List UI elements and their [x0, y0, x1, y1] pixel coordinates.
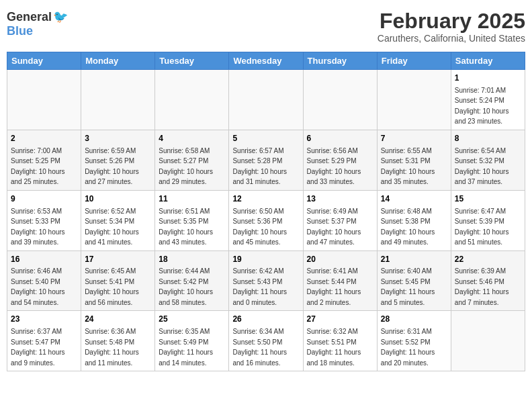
day-info: Sunrise: 6:50 AM Sunset: 5:36 PM Dayligh… — [232, 208, 287, 246]
day-info: Sunrise: 7:00 AM Sunset: 5:25 PM Dayligh… — [11, 147, 65, 186]
day-number: 3 — [85, 133, 151, 144]
day-info: Sunrise: 6:41 AM Sunset: 5:44 PM Dayligh… — [307, 267, 361, 306]
week-row-2: 9Sunrise: 6:53 AM Sunset: 5:33 PM Daylig… — [7, 190, 525, 250]
month-title: February 2025 — [378, 9, 525, 33]
day-info: Sunrise: 6:51 AM Sunset: 5:35 PM Dayligh… — [159, 208, 213, 246]
calendar-cell: 1Sunrise: 7:01 AM Sunset: 5:24 PM Daylig… — [451, 70, 525, 130]
calendar-cell: 4Sunrise: 6:58 AM Sunset: 5:27 PM Daylig… — [155, 130, 229, 190]
calendar-cell: 22Sunrise: 6:39 AM Sunset: 5:46 PM Dayli… — [451, 250, 525, 311]
day-number: 28 — [381, 314, 447, 325]
calendar-cell: 21Sunrise: 6:40 AM Sunset: 5:45 PM Dayli… — [377, 250, 451, 311]
calendar-cell: 26Sunrise: 6:34 AM Sunset: 5:50 PM Dayli… — [229, 311, 303, 371]
day-info: Sunrise: 6:40 AM Sunset: 5:45 PM Dayligh… — [381, 267, 435, 306]
day-number: 10 — [85, 193, 151, 205]
calendar-cell: 17Sunrise: 6:45 AM Sunset: 5:41 PM Dayli… — [81, 250, 155, 311]
location-title: Caruthers, California, United States — [378, 33, 525, 44]
calendar-cell: 10Sunrise: 6:52 AM Sunset: 5:34 PM Dayli… — [81, 190, 155, 250]
calendar-cell: 2Sunrise: 7:00 AM Sunset: 5:25 PM Daylig… — [7, 130, 81, 190]
day-number: 27 — [307, 314, 373, 325]
day-header-sunday: Sunday — [7, 52, 81, 70]
calendar-cell: 7Sunrise: 6:55 AM Sunset: 5:31 PM Daylig… — [377, 130, 451, 190]
calendar-cell: 8Sunrise: 6:54 AM Sunset: 5:32 PM Daylig… — [451, 130, 525, 190]
day-number: 23 — [11, 314, 77, 325]
calendar-cell: 12Sunrise: 6:50 AM Sunset: 5:36 PM Dayli… — [229, 190, 303, 250]
day-number: 13 — [307, 193, 373, 205]
calendar-cell: 9Sunrise: 6:53 AM Sunset: 5:33 PM Daylig… — [7, 190, 81, 250]
page: General 🐦 Blue February 2025 Caruthers, … — [7, 7, 525, 371]
day-info: Sunrise: 6:59 AM Sunset: 5:26 PM Dayligh… — [85, 147, 139, 186]
day-number: 15 — [455, 193, 521, 205]
calendar-cell: 14Sunrise: 6:48 AM Sunset: 5:38 PM Dayli… — [377, 190, 451, 250]
header-row: SundayMondayTuesdayWednesdayThursdayFrid… — [7, 52, 525, 70]
day-info: Sunrise: 6:55 AM Sunset: 5:31 PM Dayligh… — [381, 147, 435, 186]
logo: General 🐦 Blue — [7, 9, 68, 38]
day-info: Sunrise: 6:56 AM Sunset: 5:29 PM Dayligh… — [307, 147, 361, 186]
calendar-cell — [303, 70, 377, 130]
day-number: 2 — [11, 133, 77, 144]
day-number: 9 — [11, 193, 77, 205]
week-row-1: 2Sunrise: 7:00 AM Sunset: 5:25 PM Daylig… — [7, 130, 525, 190]
day-number: 20 — [307, 254, 373, 265]
day-info: Sunrise: 6:31 AM Sunset: 5:52 PM Dayligh… — [381, 328, 435, 367]
calendar-cell: 11Sunrise: 6:51 AM Sunset: 5:35 PM Dayli… — [155, 190, 229, 250]
day-info: Sunrise: 6:49 AM Sunset: 5:37 PM Dayligh… — [307, 208, 361, 246]
calendar-cell — [81, 70, 155, 130]
calendar-cell: 23Sunrise: 6:37 AM Sunset: 5:47 PM Dayli… — [7, 311, 81, 371]
logo-general: General — [7, 10, 52, 24]
calendar-cell: 19Sunrise: 6:42 AM Sunset: 5:43 PM Dayli… — [229, 250, 303, 311]
day-info: Sunrise: 6:58 AM Sunset: 5:27 PM Dayligh… — [159, 147, 213, 186]
day-number: 8 — [455, 133, 521, 144]
calendar-cell: 3Sunrise: 6:59 AM Sunset: 5:26 PM Daylig… — [81, 130, 155, 190]
day-number: 7 — [381, 133, 447, 144]
day-number: 5 — [232, 133, 299, 144]
calendar-header: SundayMondayTuesdayWednesdayThursdayFrid… — [7, 52, 525, 70]
day-info: Sunrise: 6:46 AM Sunset: 5:40 PM Dayligh… — [11, 267, 65, 306]
day-number: 24 — [85, 314, 151, 325]
day-info: Sunrise: 6:39 AM Sunset: 5:46 PM Dayligh… — [455, 267, 509, 306]
day-header-tuesday: Tuesday — [155, 52, 229, 70]
calendar-cell: 20Sunrise: 6:41 AM Sunset: 5:44 PM Dayli… — [303, 250, 377, 311]
day-info: Sunrise: 6:47 AM Sunset: 5:39 PM Dayligh… — [455, 208, 509, 246]
day-info: Sunrise: 6:54 AM Sunset: 5:32 PM Dayligh… — [455, 147, 509, 186]
day-number: 6 — [307, 133, 373, 144]
calendar-cell: 24Sunrise: 6:36 AM Sunset: 5:48 PM Dayli… — [81, 311, 155, 371]
day-info: Sunrise: 6:32 AM Sunset: 5:51 PM Dayligh… — [307, 328, 361, 367]
day-info: Sunrise: 6:42 AM Sunset: 5:43 PM Dayligh… — [232, 267, 287, 306]
day-info: Sunrise: 6:48 AM Sunset: 5:38 PM Dayligh… — [381, 208, 435, 246]
calendar-cell — [451, 311, 525, 371]
day-number: 1 — [455, 73, 521, 84]
calendar-cell — [155, 70, 229, 130]
logo-bird-icon: 🐦 — [53, 9, 68, 24]
day-info: Sunrise: 6:34 AM Sunset: 5:50 PM Dayligh… — [232, 328, 287, 367]
day-info: Sunrise: 6:35 AM Sunset: 5:49 PM Dayligh… — [159, 328, 213, 367]
calendar-cell — [229, 70, 303, 130]
day-number: 14 — [381, 193, 447, 205]
logo-row: General 🐦 — [7, 9, 68, 24]
week-row-4: 23Sunrise: 6:37 AM Sunset: 5:47 PM Dayli… — [7, 311, 525, 371]
day-info: Sunrise: 6:45 AM Sunset: 5:41 PM Dayligh… — [85, 267, 139, 306]
calendar-cell: 18Sunrise: 6:44 AM Sunset: 5:42 PM Dayli… — [155, 250, 229, 311]
day-info: Sunrise: 7:01 AM Sunset: 5:24 PM Dayligh… — [455, 87, 509, 126]
calendar-cell: 27Sunrise: 6:32 AM Sunset: 5:51 PM Dayli… — [303, 311, 377, 371]
week-row-3: 16Sunrise: 6:46 AM Sunset: 5:40 PM Dayli… — [7, 250, 525, 311]
calendar-cell: 6Sunrise: 6:56 AM Sunset: 5:29 PM Daylig… — [303, 130, 377, 190]
calendar-cell — [377, 70, 451, 130]
calendar-cell: 5Sunrise: 6:57 AM Sunset: 5:28 PM Daylig… — [229, 130, 303, 190]
header: General 🐦 Blue February 2025 Caruthers, … — [7, 7, 525, 46]
day-header-wednesday: Wednesday — [229, 52, 303, 70]
day-header-friday: Friday — [377, 52, 451, 70]
day-header-saturday: Saturday — [451, 52, 525, 70]
day-number: 17 — [85, 254, 151, 265]
calendar-cell — [7, 70, 81, 130]
day-number: 19 — [232, 254, 299, 265]
day-header-monday: Monday — [81, 52, 155, 70]
calendar-cell: 16Sunrise: 6:46 AM Sunset: 5:40 PM Dayli… — [7, 250, 81, 311]
calendar-body: 1Sunrise: 7:01 AM Sunset: 5:24 PM Daylig… — [7, 70, 525, 371]
day-number: 11 — [159, 193, 225, 205]
logo-blue: Blue — [7, 24, 33, 38]
day-info: Sunrise: 6:44 AM Sunset: 5:42 PM Dayligh… — [159, 267, 213, 306]
day-number: 4 — [159, 133, 225, 144]
calendar-cell: 25Sunrise: 6:35 AM Sunset: 5:49 PM Dayli… — [155, 311, 229, 371]
day-header-thursday: Thursday — [303, 52, 377, 70]
calendar-cell: 13Sunrise: 6:49 AM Sunset: 5:37 PM Dayli… — [303, 190, 377, 250]
